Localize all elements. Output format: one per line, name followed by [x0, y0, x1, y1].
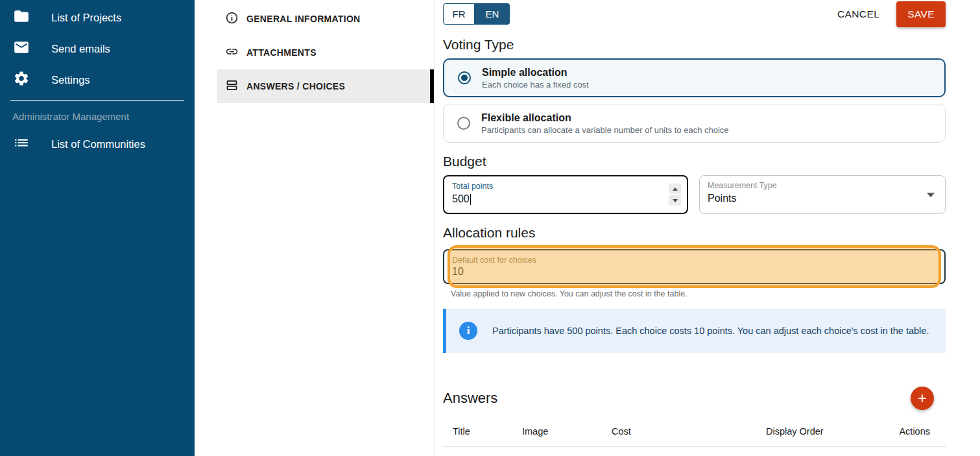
measurement-type-label: Measurement Type — [708, 181, 777, 190]
email-icon — [13, 39, 30, 58]
nav-item-label: ATTACHMENTS — [246, 47, 317, 58]
sidebar-item-list-of-communities[interactable]: List of Communities — [0, 128, 195, 160]
add-answer-button[interactable]: + — [911, 387, 934, 410]
nav-item-label: GENERAL INFORMATION — [246, 14, 361, 24]
total-points-field[interactable]: Total points 500 — [443, 175, 688, 214]
sidebar-item-label: Send emails — [51, 43, 110, 55]
cancel-button[interactable]: CANCEL — [837, 8, 879, 20]
column-header-title: Title — [443, 426, 522, 446]
nav-item-attachments[interactable]: ATTACHMENTS — [217, 36, 430, 69]
sidebar-item-label: Settings — [51, 74, 90, 86]
folder-icon — [13, 8, 30, 27]
budget-heading: Budget — [443, 153, 946, 170]
stepper-down-button[interactable] — [669, 195, 681, 206]
list-icon — [13, 134, 30, 154]
stepper-up-button[interactable] — [669, 184, 681, 194]
budget-fields: Total points 500 Measurement Type Points — [443, 175, 946, 214]
toolbar: FR EN CANCEL SAVE — [443, 2, 946, 26]
info-outline-icon — [225, 11, 239, 27]
measurement-type-select[interactable]: Measurement Type Points — [699, 175, 946, 214]
option-description: Each choice has a fixed cost — [482, 80, 589, 90]
sidebar-item-list-of-projects[interactable]: List of Projects — [0, 2, 195, 33]
info-alert-text: Participants have 500 points. Each choic… — [492, 326, 929, 336]
voting-type-options: Simple allocation Each choice has a fixe… — [443, 58, 946, 143]
chevron-down-icon — [927, 193, 935, 197]
info-icon: i — [459, 322, 477, 340]
column-header-display-order: Display Order — [766, 426, 881, 446]
measurement-type-value: Points — [708, 193, 736, 204]
nav-item-general-information[interactable]: GENERAL INFORMATION — [217, 2, 430, 36]
allocation-rules-heading: Allocation rules — [443, 224, 946, 241]
link-icon — [225, 45, 239, 61]
language-en-button[interactable]: EN — [475, 3, 510, 25]
language-fr-button[interactable]: FR — [443, 3, 475, 25]
sidebar-item-send-emails[interactable]: Send emails — [0, 33, 195, 64]
number-stepper — [669, 184, 681, 206]
sidebar-section-label: Administrator Management — [12, 111, 195, 122]
radio-selected-icon[interactable] — [458, 71, 471, 84]
voting-type-heading: Voting Type — [443, 36, 946, 53]
answers-table-header: Title Image Cost Display Order Actions — [443, 423, 946, 447]
option-title: Simple allocation — [482, 67, 589, 78]
nav-item-label: ANSWERS / CHOICES — [246, 81, 345, 91]
column-header-actions: Actions — [881, 426, 946, 446]
save-button[interactable]: SAVE — [896, 1, 946, 27]
arrow-down-icon — [673, 199, 678, 202]
default-cost-label: Default cost for choices — [452, 256, 536, 265]
plus-icon: + — [918, 391, 926, 406]
option-simple-allocation[interactable]: Simple allocation Each choice has a fixe… — [443, 58, 946, 97]
main-content: FR EN CANCEL SAVE Voting Type Simple all… — [435, 0, 980, 456]
gear-icon — [13, 70, 30, 90]
column-header-image: Image — [522, 426, 612, 446]
table-rows-icon — [225, 78, 239, 95]
arrow-up-icon — [673, 187, 678, 191]
default-cost-value: 10 — [452, 266, 464, 278]
option-title: Flexible allocation — [481, 112, 729, 124]
language-toggle: FR EN — [443, 3, 510, 25]
sidebar-item-label: List of Communities — [51, 138, 145, 150]
option-description: Participants can allocate a variable num… — [481, 125, 729, 135]
text-caret — [470, 194, 472, 205]
default-cost-helper: Value applied to new choices. You can ad… — [443, 289, 946, 298]
section-nav: GENERAL INFORMATION ATTACHMENTS ANSWERS … — [195, 0, 435, 456]
total-points-value: 500 — [452, 193, 471, 205]
sidebar-divider — [10, 100, 184, 101]
default-cost-field[interactable]: Default cost for choices 10 — [443, 249, 946, 284]
column-header-cost: Cost — [612, 426, 766, 446]
total-points-label: Total points — [452, 182, 493, 191]
answers-heading: Answers — [443, 390, 497, 407]
toolbar-actions: CANCEL SAVE — [837, 1, 946, 27]
nav-item-answers-choices[interactable]: ANSWERS / CHOICES — [217, 69, 430, 103]
option-flexible-allocation[interactable]: Flexible allocation Participants can all… — [443, 104, 946, 143]
info-alert: i Participants have 500 points. Each cho… — [443, 309, 946, 353]
sidebar-item-settings[interactable]: Settings — [0, 64, 195, 95]
default-cost-wrap: Default cost for choices 10 — [443, 245, 946, 288]
radio-unselected-icon[interactable] — [457, 117, 470, 130]
sidebar-item-label: List of Projects — [51, 12, 121, 24]
sidebar: List of Projects Send emails Settings Ad… — [0, 0, 195, 456]
answers-header: Answers + — [443, 387, 946, 410]
